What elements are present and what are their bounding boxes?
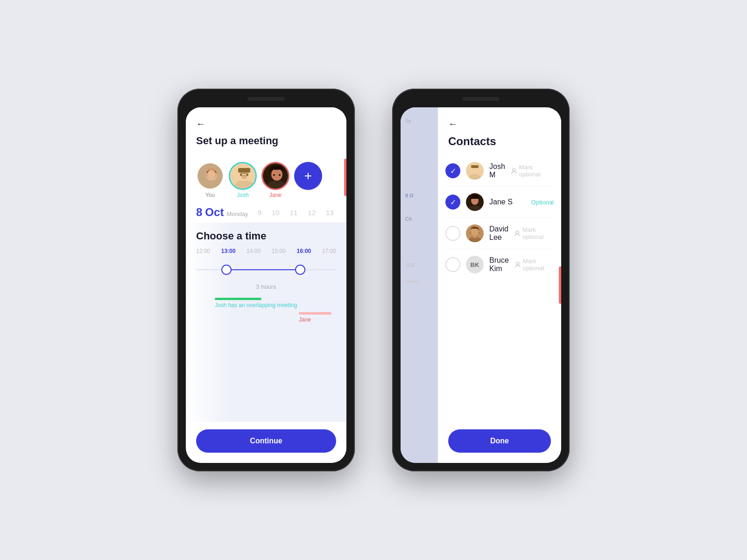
time-area: Choose a time 12:00 13:00 14:00 15:00 16…: [186, 223, 346, 422]
cal-weekday: Monday: [226, 210, 248, 217]
avatars-row: You: [186, 154, 346, 200]
phone-speaker-2: [462, 97, 500, 101]
cal-day: 8: [196, 206, 202, 219]
cal-date-9: 9: [258, 209, 261, 217]
time-1300: 13:00: [221, 248, 236, 254]
add-contact-button[interactable]: +: [294, 162, 322, 190]
svg-rect-8: [238, 168, 250, 173]
contact-avatar-bruce: BK: [466, 256, 484, 273]
avatar-label-you: You: [205, 192, 215, 198]
contact-bruce-kim: BK Bruce Kim Mark optional: [445, 249, 554, 280]
calendar-strip: 8 Oct Monday 9 10 11 12 13: [186, 200, 346, 223]
continue-button[interactable]: Continue: [196, 429, 336, 453]
done-button[interactable]: Done: [448, 429, 551, 453]
cal-dates: 9 10 11 12 13: [258, 209, 334, 217]
time-ruler: 12:00 13:00 14:00 15:00 16:00 17:00: [186, 248, 346, 254]
red-accent-1: [344, 159, 346, 196]
avatar-you: You: [196, 162, 224, 198]
phone-1: ← Set up a meeting: [177, 89, 355, 471]
josh-overlap-bar: [215, 298, 261, 300]
add-icon[interactable]: +: [294, 162, 322, 190]
contact-name-josh: Josh M: [489, 162, 505, 179]
bg-ch: Ch: [405, 216, 433, 222]
avatar-josh: Josh: [229, 162, 257, 198]
cal-date-10: 10: [272, 209, 280, 217]
time-1200: 12:00: [196, 248, 210, 254]
mark-optional-josh[interactable]: Mark optional: [511, 164, 554, 178]
avatar-jane: Jane: [261, 162, 289, 198]
contact-check-jane[interactable]: ✓: [445, 195, 460, 210]
cal-date-13: 13: [326, 209, 334, 217]
svg-point-14: [271, 168, 282, 181]
contact-check-bruce[interactable]: [445, 257, 460, 272]
avatar-img-you: [196, 162, 224, 190]
slider-handle-start[interactable]: [221, 265, 232, 275]
bg-bar: [405, 281, 419, 282]
contact-name-david: David Lee: [489, 225, 508, 242]
svg-point-21: [513, 168, 515, 171]
svg-point-29: [516, 262, 519, 265]
choose-time-label: Choose a time: [186, 223, 346, 248]
contact-josh-m: ✓ Josh M: [445, 155, 554, 187]
avatar-label-jane: Jane: [269, 192, 282, 198]
bg-text-se: Se: [405, 119, 433, 124]
contact-avatar-david: [466, 224, 484, 242]
time-slider[interactable]: [186, 258, 346, 281]
bg-time: 12:0: [405, 263, 433, 268]
phone-screen-2: Se 8 O Ch 12:0 ← Contacts ✓: [401, 107, 561, 463]
svg-point-4: [207, 170, 216, 179]
contact-jane-s: ✓ Jane S Optional: [445, 187, 554, 218]
back-arrow-1[interactable]: ←: [196, 119, 336, 129]
jane-overlap-bar: [299, 312, 331, 315]
slider-handle-end[interactable]: [295, 265, 305, 275]
time-1400: 14:00: [247, 248, 261, 254]
bg-cal: 8 O: [405, 193, 433, 198]
avatar-img-jane: [261, 162, 289, 190]
avatar-img-josh: [229, 162, 257, 190]
contacts-title: Contacts: [448, 135, 551, 148]
contacts-panel: ← Contacts ✓: [438, 107, 561, 463]
time-1600: 16:00: [297, 248, 311, 254]
contacts-back-arrow[interactable]: ←: [448, 119, 551, 129]
screen2-bg: Se 8 O Ch 12:0: [401, 107, 438, 463]
red-accent-2: [559, 266, 561, 304]
contact-check-josh[interactable]: ✓: [445, 163, 460, 178]
jane-overlap-label: Jane: [299, 316, 336, 323]
svg-point-28: [516, 231, 519, 234]
overlap-area: Josh has an overlapping meeting Jane: [186, 290, 346, 323]
contacts-list: ✓ Josh M: [438, 155, 561, 422]
svg-point-16: [279, 174, 281, 176]
cal-date-11: 11: [290, 209, 298, 217]
contact-check-david[interactable]: [445, 226, 460, 241]
avatar-label-josh: Josh: [237, 192, 248, 198]
slider-active-range: [227, 269, 300, 270]
contact-avatar-josh: [466, 162, 484, 180]
cal-month: Oct: [205, 206, 224, 219]
mark-optional-bruce[interactable]: Mark optional: [514, 258, 554, 272]
time-1500: 15:00: [272, 248, 286, 254]
phones-container: ← Set up a meeting: [177, 89, 570, 471]
josh-overlap-label: Josh has an overlapping meeting: [215, 302, 336, 308]
duration-label: 3 hours: [186, 283, 346, 290]
phone-speaker-1: [247, 97, 285, 101]
contact-name-jane: Jane S: [489, 198, 526, 206]
cal-current: 8 Oct Monday: [196, 206, 248, 219]
screen1-header: ← Set up a meeting: [186, 107, 346, 154]
phone-2: Se 8 O Ch 12:0 ← Contacts ✓: [392, 89, 570, 471]
mark-optional-david[interactable]: Mark optional: [514, 226, 554, 240]
contacts-header: ← Contacts: [438, 107, 561, 155]
optional-badge-jane: Optional: [531, 199, 554, 206]
cal-date-12: 12: [308, 209, 316, 217]
contact-name-bruce: Bruce Kim: [489, 256, 509, 273]
phone-screen-1: ← Set up a meeting: [186, 107, 346, 463]
svg-rect-20: [471, 165, 479, 168]
contact-david-lee: David Lee Mark optional: [445, 218, 554, 249]
page-title-1: Set up a meeting: [196, 135, 336, 147]
time-1700: 17:00: [322, 248, 336, 254]
screen1: ← Set up a meeting: [186, 107, 346, 463]
svg-point-15: [273, 174, 275, 176]
screen2: Se 8 O Ch 12:0 ← Contacts ✓: [401, 107, 561, 463]
contact-avatar-jane: [466, 193, 484, 211]
